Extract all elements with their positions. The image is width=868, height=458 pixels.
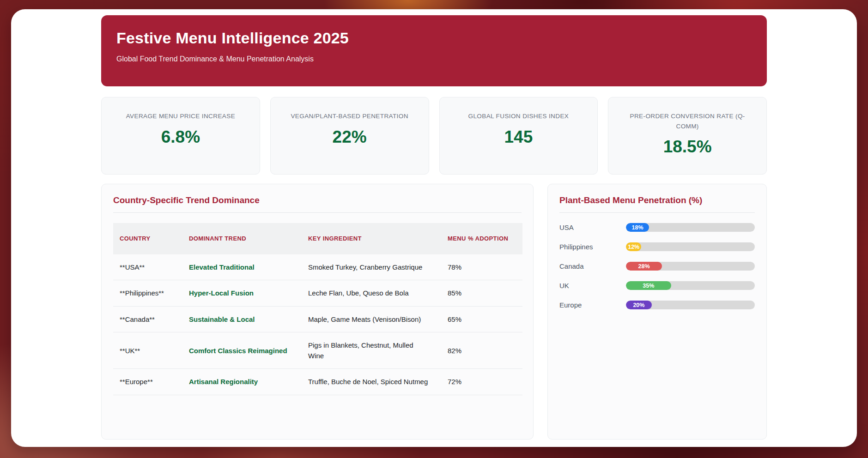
bar-track: 35% [626,281,755,290]
content-column: Festive Menu Intelligence 2025 Global Fo… [101,9,767,440]
bar-label: Europe [559,301,626,309]
cell-trend: Sustainable & Local [183,306,303,332]
bar-row-europe: Europe 20% [559,301,755,309]
divider [559,212,755,213]
cell-trend: Artisanal Regionality [183,369,303,395]
bar-label: USA [559,223,626,231]
table-row: **Europe** Artisanal Regionality Truffle… [113,369,522,395]
kpi-card-price-increase: Average Menu Price Increase 6.8% [101,97,260,175]
cell-country: **Philippines** [113,280,183,306]
cell-country: **Europe** [113,369,183,395]
cell-adoption: 82% [436,332,522,369]
kpi-card-vegan-penetration: Vegan/Plant-Based Penetration 22% [270,97,429,175]
page-subtitle: Global Food Trend Dominance & Menu Penet… [116,55,767,63]
cell-trend: Hyper-Local Fusion [183,280,303,306]
cell-adoption: 72% [436,369,522,395]
kpi-value: 18.5% [619,137,756,157]
kpi-label: Pre-Order Conversion Rate (Q-Comm) [619,111,756,131]
column-header-ingredient: Key Ingredient [303,223,436,254]
bar-track: 20% [626,301,755,309]
kpi-label: Average Menu Price Increase [112,111,249,121]
cell-adoption: 78% [436,254,522,280]
cell-ingredient: Smoked Turkey, Cranberry Gastrique [303,254,436,280]
bar-fill: 35% [626,281,671,290]
cell-trend: Comfort Classics Reimagined [183,332,303,369]
column-header-country: Country [113,223,183,254]
cell-country: **Canada** [113,306,183,332]
trend-table-title: Country-Specific Trend Dominance [113,195,522,205]
bar-row-canada: Canada 28% [559,262,755,271]
cell-ingredient: Maple, Game Meats (Venison/Bison) [303,306,436,332]
table-row: **USA** Elevated Traditional Smoked Turk… [113,254,522,280]
cell-trend: Elevated Traditional [183,254,303,280]
kpi-value: 145 [450,127,588,147]
cell-country: **USA** [113,254,183,280]
table-header-row: Country Dominant Trend Key Ingredient Me… [113,223,522,254]
cell-ingredient: Pigs in Blankets, Chestnut, Mulled Wine [303,332,436,369]
header-banner: Festive Menu Intelligence 2025 Global Fo… [101,15,767,86]
bar-track: 28% [626,262,755,271]
trend-table: Country Dominant Trend Key Ingredient Me… [113,223,522,395]
bar-fill: 20% [626,301,652,309]
kpi-label: Vegan/Plant-Based Penetration [281,111,419,121]
cell-adoption: 65% [436,306,522,332]
page-title: Festive Menu Intelligence 2025 [116,29,767,47]
kpi-card-fusion-index: Global Fusion Dishes Index 145 [439,97,598,175]
bar-fill: 28% [626,262,662,271]
cell-ingredient: Truffle, Buche de Noel, Spiced Nutmeg [303,369,436,395]
bar-track: 12% [626,242,755,251]
bar-fill: 18% [626,223,649,232]
dashboard-card: Festive Menu Intelligence 2025 Global Fo… [11,9,857,447]
kpi-row: Average Menu Price Increase 6.8% Vegan/P… [101,97,767,175]
bar-fill: 12% [626,242,641,251]
bar-row-philippines: Philippines 12% [559,242,755,251]
trend-table-header: Country Dominant Trend Key Ingredient Me… [113,223,522,254]
panels-row: Country-Specific Trend Dominance Country… [101,184,767,440]
trend-table-panel: Country-Specific Trend Dominance Country… [101,184,534,440]
bar-track: 18% [626,223,755,232]
divider [113,212,522,213]
bar-label: UK [559,282,626,289]
bar-row-usa: USA 18% [559,223,755,232]
penetration-chart-title: Plant-Based Menu Penetration (%) [559,195,755,205]
column-header-adoption: Menu % Adoption [436,223,522,254]
table-row: **Canada** Sustainable & Local Maple, Ga… [113,306,522,332]
kpi-card-preorder-conversion: Pre-Order Conversion Rate (Q-Comm) 18.5% [608,97,767,175]
kpi-value: 6.8% [112,127,249,147]
cell-country: **UK** [113,332,183,369]
penetration-chart-panel: Plant-Based Menu Penetration (%) USA 18%… [547,184,767,440]
cell-adoption: 85% [436,280,522,306]
bar-label: Canada [559,262,626,270]
bar-row-uk: UK 35% [559,281,755,290]
bar-chart: USA 18% Philippines 12% Canada [559,223,755,309]
trend-table-body: **USA** Elevated Traditional Smoked Turk… [113,254,522,395]
kpi-value: 22% [281,127,419,147]
table-row: **UK** Comfort Classics Reimagined Pigs … [113,332,522,369]
kpi-label: Global Fusion Dishes Index [450,111,588,121]
column-header-trend: Dominant Trend [183,223,303,254]
bar-label: Philippines [559,243,626,251]
cell-ingredient: Leche Flan, Ube, Queso de Bola [303,280,436,306]
table-row: **Philippines** Hyper-Local Fusion Leche… [113,280,522,306]
